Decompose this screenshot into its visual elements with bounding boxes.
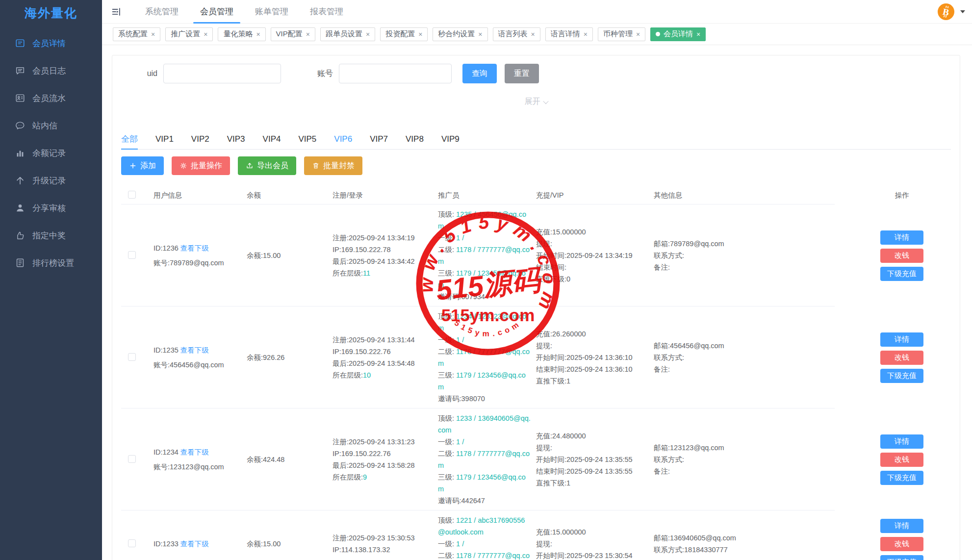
sub-recharge-button[interactable]: 下级充值 xyxy=(880,369,923,383)
detail-line: 充值:15.000000 xyxy=(536,526,649,538)
assign-win-icon xyxy=(15,230,26,241)
topnav-item[interactable]: 会员管理 xyxy=(189,0,244,23)
sidebar-item[interactable]: 升级记录 xyxy=(0,167,102,194)
other-info-cell: 邮箱:123123@qq.com联系方式:备注: xyxy=(649,442,776,477)
close-icon[interactable]: × xyxy=(696,30,700,38)
vip-tab[interactable]: VIP5 xyxy=(298,129,316,149)
upgrade-record-icon xyxy=(15,175,26,186)
tag-item[interactable]: 币种管理 × xyxy=(598,27,645,41)
row-checkbox[interactable] xyxy=(128,251,136,259)
collapse-menu-icon[interactable] xyxy=(111,6,122,17)
row-checkbox[interactable] xyxy=(128,353,136,361)
promoter-cell: 顶级: 1234 / 123123@qq.com一级: 1 /二级: 1178 … xyxy=(433,310,531,405)
sidebar-item[interactable]: 会员详情 xyxy=(0,29,102,57)
close-icon[interactable]: × xyxy=(306,30,310,38)
tag-item[interactable]: 系统配置 × xyxy=(113,27,160,41)
sidebar-item[interactable]: 分享审核 xyxy=(0,194,102,222)
sub-recharge-button[interactable]: 下级充值 xyxy=(880,555,923,560)
toolbar-button[interactable]: 导出会员 xyxy=(238,156,296,175)
vip-tab[interactable]: VIP8 xyxy=(406,129,424,149)
close-icon[interactable]: × xyxy=(531,30,535,38)
close-icon[interactable]: × xyxy=(584,30,588,38)
vip-tab[interactable]: VIP2 xyxy=(191,129,209,149)
close-icon[interactable]: × xyxy=(636,30,640,38)
vip-tab[interactable]: VIP1 xyxy=(155,129,174,149)
detail-button[interactable]: 详情 xyxy=(880,230,923,245)
table-row: ID:1234 查看下级 账号:123123@qq.com 余额:424.48 … xyxy=(121,408,951,510)
toolbar-button[interactable]: 批量操作 xyxy=(172,156,230,175)
close-icon[interactable]: × xyxy=(366,30,370,38)
tag-label: 币种管理 xyxy=(603,29,633,39)
view-subordinates-link[interactable]: 查看下级 xyxy=(180,540,209,548)
vip-tab[interactable]: VIP3 xyxy=(227,129,245,149)
account-input[interactable] xyxy=(339,64,452,83)
detail-line: 顶级: 1234 / 123123@qq.com xyxy=(438,310,531,334)
select-all-checkbox[interactable] xyxy=(128,191,136,199)
sidebar-item[interactable]: 余额记录 xyxy=(0,139,102,167)
vip-tab[interactable]: VIP7 xyxy=(370,129,388,149)
topnav-item[interactable]: 系统管理 xyxy=(134,0,189,23)
promoter-link[interactable]: 1 / xyxy=(456,234,464,242)
edit-money-button[interactable]: 改钱 xyxy=(880,351,923,365)
tag-item[interactable]: 跟单员设置 × xyxy=(320,27,375,41)
detail-line: 充值:26.260000 xyxy=(536,328,649,340)
topnav-item-label: 会员管理 xyxy=(200,6,233,17)
sidebar-item[interactable]: 排行榜设置 xyxy=(0,249,102,277)
sub-recharge-button[interactable]: 下级充值 xyxy=(880,267,923,281)
tag-item[interactable]: 推广设置 × xyxy=(165,27,213,41)
user-info-cell: ID:1234 查看下级 账号:123123@qq.com xyxy=(149,445,242,474)
view-subordinates-link[interactable]: 查看下级 xyxy=(180,244,209,252)
close-icon[interactable]: × xyxy=(478,30,482,38)
vip-tab[interactable]: VIP4 xyxy=(263,129,281,149)
sidebar-item[interactable]: 指定中奖 xyxy=(0,222,102,249)
detail-line: 提现: xyxy=(536,442,649,454)
topnav-item[interactable]: 账单管理 xyxy=(244,0,299,23)
edit-money-button[interactable]: 改钱 xyxy=(880,537,923,551)
detail-button[interactable]: 详情 xyxy=(880,332,923,347)
promoter-link[interactable]: 1 / xyxy=(456,336,464,344)
sidebar-item[interactable]: 会员流水 xyxy=(0,84,102,112)
promoter-link[interactable]: 1 / xyxy=(456,540,464,548)
tag-item[interactable]: 量化策略 × xyxy=(218,27,265,41)
tag-item[interactable]: VIP配置 × xyxy=(271,27,315,41)
reset-button[interactable]: 重置 xyxy=(505,64,539,83)
vip-tab[interactable]: VIP9 xyxy=(441,129,460,149)
close-icon[interactable]: × xyxy=(151,30,155,38)
expand-toggle[interactable]: 展开 xyxy=(525,97,548,105)
detail-button[interactable]: 详情 xyxy=(880,434,923,449)
close-icon[interactable]: × xyxy=(256,30,260,38)
bitcoin-avatar-icon[interactable]: B xyxy=(937,3,955,21)
detail-button[interactable]: 详情 xyxy=(880,519,923,533)
promoter-link[interactable]: 1 / xyxy=(456,438,464,446)
table-row: ID:1235 查看下级 账号:456456@qq.com 余额:926.26 … xyxy=(121,306,951,408)
tag-item[interactable]: 语言详情 × xyxy=(545,27,593,41)
query-button[interactable]: 查询 xyxy=(462,64,497,83)
close-icon[interactable]: × xyxy=(204,30,207,38)
tag-item[interactable]: 语言列表 × xyxy=(493,27,540,41)
uid-input[interactable] xyxy=(163,64,281,83)
edit-money-button[interactable]: 改钱 xyxy=(880,453,923,467)
topnav-item[interactable]: 报表管理 xyxy=(299,0,354,23)
tag-bar: 系统配置 × 推广设置 × 量化策略 × VIP配置 xyxy=(102,24,972,45)
row-checkbox[interactable] xyxy=(128,455,136,463)
tag-item[interactable]: 投资配置 × xyxy=(380,27,428,41)
invite-code: 邀请码:607934 xyxy=(438,291,531,303)
row-checkbox[interactable] xyxy=(128,539,136,547)
vip-tab-label: VIP6 xyxy=(334,134,352,144)
topbar-right: B xyxy=(937,0,965,23)
edit-money-button[interactable]: 改钱 xyxy=(880,249,923,263)
view-subordinates-link[interactable]: 查看下级 xyxy=(180,346,209,354)
vip-tab[interactable]: 全部 xyxy=(121,129,138,149)
tag-item[interactable]: 会员详情 × xyxy=(650,27,706,41)
sidebar-item[interactable]: 会员日志 xyxy=(0,57,102,84)
toolbar-button[interactable]: 添加 xyxy=(121,156,164,175)
close-icon[interactable]: × xyxy=(418,30,422,38)
ranking-settings-icon xyxy=(15,257,26,268)
sidebar-item[interactable]: 站内信 xyxy=(0,112,102,139)
view-subordinates-link[interactable]: 查看下级 xyxy=(180,448,209,456)
vip-tab[interactable]: VIP6 xyxy=(334,129,352,149)
sub-recharge-button[interactable]: 下级充值 xyxy=(880,471,923,485)
toolbar-button[interactable]: 批量封禁 xyxy=(304,156,362,175)
tag-item[interactable]: 秒合约设置 × xyxy=(433,27,487,41)
chevron-down-icon[interactable] xyxy=(960,10,965,13)
